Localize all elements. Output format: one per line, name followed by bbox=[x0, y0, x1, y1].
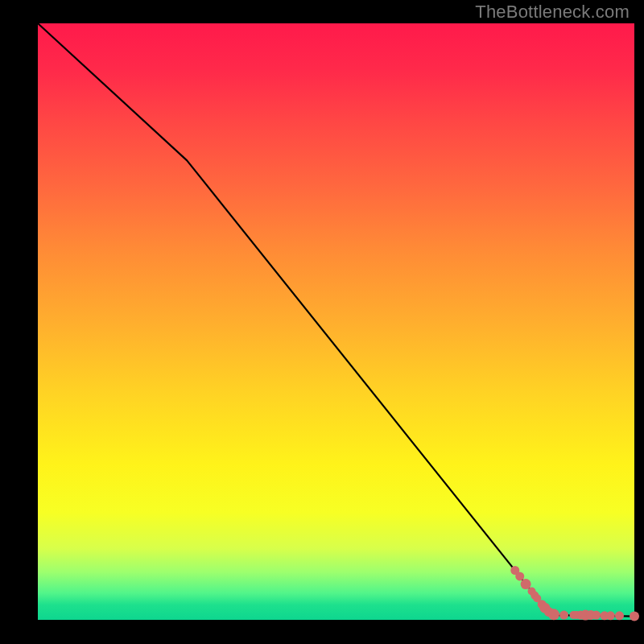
chart-line bbox=[38, 23, 634, 617]
data-point bbox=[559, 611, 568, 620]
data-point bbox=[521, 579, 531, 589]
data-point bbox=[606, 611, 615, 620]
data-point bbox=[592, 611, 601, 620]
chart-overlay bbox=[38, 23, 634, 620]
watermark-text: TheBottleneck.com bbox=[475, 2, 630, 23]
data-point bbox=[630, 612, 639, 621]
data-point bbox=[615, 611, 624, 620]
chart-frame: TheBottleneck.com bbox=[0, 0, 644, 644]
data-point bbox=[515, 572, 524, 580]
data-point bbox=[548, 609, 559, 620]
chart-scatter-group bbox=[510, 566, 639, 621]
